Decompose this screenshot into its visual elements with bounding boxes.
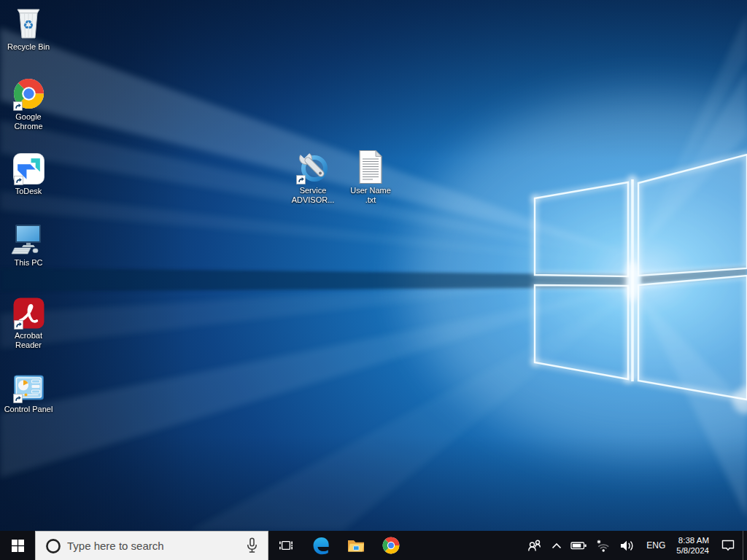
tray-clock-button[interactable]: 8:38 AM 5/8/2024 xyxy=(672,531,713,560)
battery-icon xyxy=(570,540,587,551)
cortana-circle-icon[interactable] xyxy=(45,538,61,554)
icon-label: Control Panel xyxy=(4,405,53,414)
acrobat-icon xyxy=(12,293,45,330)
tray-network-button[interactable] xyxy=(592,531,615,560)
text-document-icon xyxy=(357,148,384,184)
taskbar: ENG 8:38 AM 5/8/2024 xyxy=(0,531,747,560)
recycle-bin-icon: ♻ xyxy=(12,4,45,41)
tray-people-button[interactable] xyxy=(523,531,547,560)
svg-text:♻: ♻ xyxy=(23,18,34,32)
icon-label: Google Chrome xyxy=(14,112,42,131)
desktop-icon-todesk[interactable]: ToDesk xyxy=(0,149,57,196)
volume-icon xyxy=(619,540,635,552)
shortcut-arrow-icon xyxy=(296,175,306,184)
shortcut-arrow-icon xyxy=(14,176,23,185)
icon-label: Recycle Bin xyxy=(7,42,50,52)
tray-date: 5/8/2024 xyxy=(676,545,709,556)
chevron-up-icon xyxy=(551,542,562,549)
taskbar-edge-button[interactable] xyxy=(303,531,338,560)
icon-label: Acrobat Reader xyxy=(15,331,42,350)
taskbar-search-box[interactable] xyxy=(35,531,268,560)
tray-volume-button[interactable] xyxy=(615,531,640,560)
shortcut-arrow-icon xyxy=(13,394,23,403)
tray-language-button[interactable]: ENG xyxy=(640,531,672,560)
action-center-button[interactable] xyxy=(713,531,743,560)
shortcut-arrow-icon xyxy=(13,101,23,111)
desktop[interactable]: ♻ Recycle Bin Goog xyxy=(0,0,747,531)
desktop-icon-this-pc[interactable]: This PC xyxy=(0,220,57,268)
control-panel-icon xyxy=(12,367,46,403)
taskbar-chrome-button[interactable] xyxy=(374,531,409,560)
people-icon xyxy=(527,539,543,552)
start-button[interactable] xyxy=(0,531,35,560)
desktop-icon-google-chrome[interactable]: Google Chrome xyxy=(0,74,57,131)
wifi-no-internet-icon xyxy=(596,540,611,552)
icon-label: User Name .txt xyxy=(350,186,391,205)
todesk-icon xyxy=(12,149,45,185)
icon-label: This PC xyxy=(14,258,42,268)
taskbar-empty-area xyxy=(409,531,523,560)
icon-label: Service ADVISOR... xyxy=(292,186,335,205)
wallpaper-windows-hero xyxy=(0,0,747,531)
desktop-icon-control-panel[interactable]: Control Panel xyxy=(0,367,57,414)
windows-desktop-screen: ♻ Recycle Bin Goog xyxy=(0,0,747,560)
computer-icon xyxy=(11,220,46,257)
windows-logo-icon xyxy=(12,540,24,552)
tray-battery-button[interactable] xyxy=(566,531,592,560)
desktop-icon-user-name-txt[interactable]: User Name .txt xyxy=(342,148,399,205)
action-center-icon xyxy=(721,539,735,552)
shortcut-arrow-icon xyxy=(14,320,23,330)
wrench-ring-icon xyxy=(295,148,331,184)
task-view-button[interactable] xyxy=(268,531,303,560)
tray-chevron-up-button[interactable] xyxy=(547,531,566,560)
search-input[interactable] xyxy=(67,540,241,552)
desktop-icon-acrobat-reader[interactable]: Acrobat Reader xyxy=(0,293,57,350)
file-explorer-icon xyxy=(347,536,365,555)
icon-label: ToDesk xyxy=(15,187,42,196)
task-view-icon xyxy=(279,538,293,553)
show-desktop-button[interactable] xyxy=(743,531,747,560)
chrome-icon xyxy=(382,536,400,555)
microphone-icon[interactable] xyxy=(245,537,259,554)
desktop-icon-recycle-bin[interactable]: ♻ Recycle Bin xyxy=(0,4,57,52)
tray-time: 8:38 AM xyxy=(678,535,709,545)
taskbar-file-explorer-button[interactable] xyxy=(338,531,374,560)
chrome-icon xyxy=(12,74,46,111)
edge-icon xyxy=(311,536,331,556)
desktop-icon-service-advisor[interactable]: Service ADVISOR... xyxy=(285,148,341,205)
